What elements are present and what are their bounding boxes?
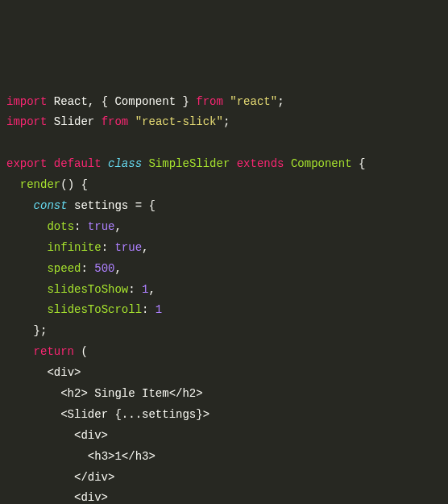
- line-11: slidesToScroll: 1: [6, 303, 162, 316]
- punct: };: [34, 324, 48, 337]
- ident-component: Component: [114, 95, 176, 108]
- line-7: dots: true,: [6, 220, 122, 233]
- punct: () {: [60, 178, 88, 191]
- kw-export: export: [6, 157, 47, 170]
- prop-key: slidesToShow: [47, 283, 128, 296]
- ident-component: Component: [291, 157, 352, 170]
- method-render: render: [20, 178, 60, 191]
- jsx-tag: <div>: [74, 491, 108, 504]
- string: "react-slick": [135, 115, 223, 128]
- kw-from: from: [102, 115, 129, 128]
- val-num: 500: [94, 262, 114, 275]
- jsx-tag: <h3>1</h3>: [88, 450, 156, 463]
- ident-react: React: [54, 95, 88, 108]
- punct: ,: [148, 283, 155, 296]
- line-18: <h3>1</h3>: [6, 450, 156, 463]
- punct: , {: [88, 95, 115, 108]
- jsx-tag: <Slider {...settings}>: [60, 408, 209, 421]
- prop-key: speed: [47, 262, 81, 275]
- kw-extends: extends: [237, 157, 284, 170]
- line-20: <div>: [6, 491, 108, 504]
- punct: ;: [223, 115, 230, 128]
- ident-slider: Slider: [54, 115, 94, 128]
- kw-from: from: [196, 95, 223, 108]
- string: "react": [230, 95, 277, 108]
- prop-key: slidesToScroll: [47, 303, 142, 316]
- val-true: true: [88, 220, 115, 233]
- kw-import: import: [6, 95, 47, 108]
- text: settings = {: [68, 199, 156, 212]
- kw-default: default: [54, 157, 102, 170]
- jsx-tag: <div>: [47, 366, 81, 379]
- jsx-tag: <div>: [74, 429, 108, 442]
- punct: ,: [114, 262, 121, 275]
- punct: :: [102, 241, 115, 254]
- punct: :: [81, 262, 94, 275]
- jsx-tag: <h2> Single Item</h2>: [60, 387, 202, 400]
- punct: ;: [277, 95, 284, 108]
- prop-key: infinite: [47, 241, 101, 254]
- line-6: const settings = {: [6, 199, 156, 212]
- line-10: slidesToShow: 1,: [6, 283, 156, 296]
- line-12: };: [6, 324, 47, 337]
- line-5: render() {: [6, 178, 88, 191]
- kw-class: class: [108, 157, 142, 170]
- punct: ,: [114, 220, 121, 233]
- line-15: <h2> Single Item</h2>: [6, 387, 203, 400]
- line-16: <Slider {...settings}>: [6, 408, 209, 421]
- prop-key: dots: [47, 220, 74, 233]
- line-8: infinite: true,: [6, 241, 148, 254]
- line-19: </div>: [6, 471, 114, 484]
- punct: (: [74, 345, 88, 358]
- jsx-tag: </div>: [74, 471, 114, 484]
- punct: :: [128, 283, 142, 296]
- kw-const: const: [34, 199, 68, 212]
- punct: {: [352, 157, 366, 170]
- val-num: 1: [156, 303, 162, 316]
- punct: :: [74, 220, 88, 233]
- kw-return: return: [34, 345, 74, 358]
- val-true: true: [114, 241, 142, 254]
- line-17: <div>: [6, 429, 108, 442]
- line-2: import Slider from "react-slick";: [6, 115, 230, 128]
- punct: ,: [142, 241, 148, 254]
- line-13: return (: [6, 345, 88, 358]
- punct: }: [176, 95, 196, 108]
- kw-import: import: [6, 115, 47, 128]
- code-block: import React, { Component } from "react"…: [6, 92, 442, 504]
- line-14: <div>: [6, 366, 81, 379]
- punct: :: [142, 303, 156, 316]
- line-1: import React, { Component } from "react"…: [6, 95, 284, 108]
- line-4: export default class SimpleSlider extend…: [6, 157, 365, 170]
- line-9: speed: 500,: [6, 262, 122, 275]
- class-name: SimpleSlider: [148, 157, 230, 170]
